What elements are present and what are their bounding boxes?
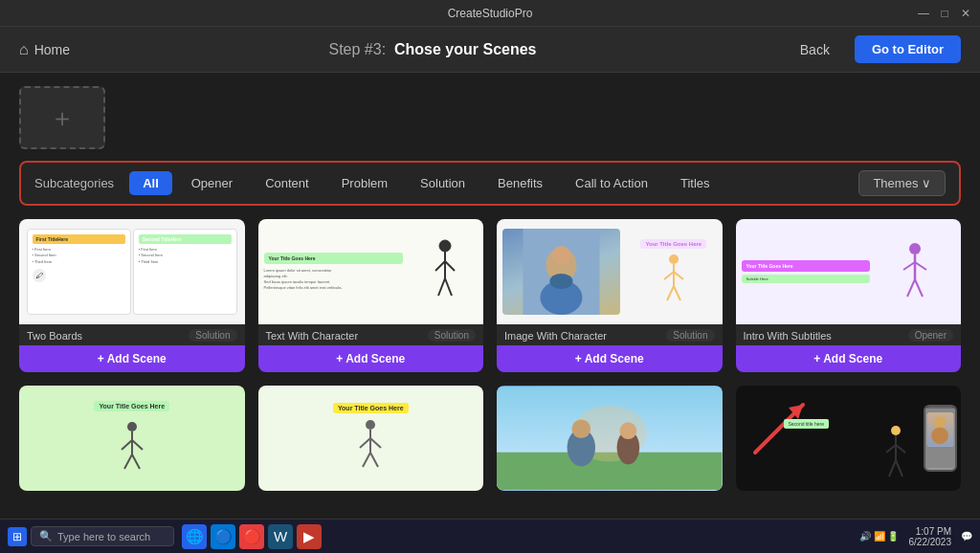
scene-name: Two Boards	[27, 330, 82, 342]
header: ⌂ Home Step #3: Chose your Scenes Back G…	[0, 27, 980, 73]
svg-point-48	[931, 427, 948, 444]
subcategories-bar: Subcategories All Opener Content Problem…	[19, 161, 961, 206]
taskbar-icon-browser[interactable]: 🌐	[182, 524, 207, 549]
character-right	[413, 238, 478, 305]
svg-point-49	[891, 426, 901, 435]
text-block: Your Title Goes Here Lorem ipsum dolor s…	[264, 253, 403, 291]
scene-tag: Opener	[908, 329, 953, 342]
svg-line-54	[896, 460, 902, 476]
go-to-editor-button[interactable]: Go to Editor	[855, 35, 961, 63]
svg-point-10	[549, 274, 572, 289]
scene-card-7[interactable]	[497, 386, 723, 491]
scene-card-6[interactable]: Your Title Goes Here	[258, 386, 484, 491]
taskbar-search[interactable]: 🔍 Type here to search	[31, 526, 174, 546]
scene-thumbnail-text-character: Your Title Goes Here Lorem ipsum dolor s…	[258, 219, 484, 324]
home-label: Home	[34, 42, 70, 57]
scene-card-5[interactable]: Your Title Goes Here	[19, 386, 245, 491]
taskbar-date: 6/22/2023	[909, 537, 952, 547]
back-button[interactable]: Back	[787, 36, 843, 63]
svg-line-5	[445, 278, 452, 296]
svg-point-9	[551, 246, 570, 265]
close-button[interactable]: ✕	[959, 7, 972, 20]
second-title-badge: Second title here	[784, 419, 830, 429]
character-svg-5	[355, 417, 386, 470]
scene-tag: Solution	[189, 329, 236, 342]
scene-thumb-green: Your Title Goes Here	[19, 386, 245, 491]
scene-name: Text With Character	[266, 330, 359, 342]
svg-line-22	[915, 279, 923, 297]
scene-card-image-character[interactable]: Your Title Goes Here Image With Characte…	[497, 219, 723, 372]
subcat-problem-button[interactable]: Problem	[328, 171, 401, 195]
scene-thumbnail-intro-subtitles: Your Title Goes Here Subtitle Here	[736, 219, 962, 324]
svg-line-31	[360, 438, 370, 448]
add-scene-icon: ＋	[50, 101, 75, 135]
scene-tag: Solution	[666, 329, 714, 342]
svg-line-25	[122, 440, 132, 450]
page-title: Chose your Scenes	[394, 41, 537, 57]
blank-scene-card[interactable]: ＋	[19, 86, 105, 149]
add-scene-two-boards-button[interactable]: + Add Scene	[19, 345, 245, 372]
scene-name: Intro With Subtitles	[744, 330, 832, 342]
app-title: CreateStudioPro	[448, 7, 533, 20]
svg-point-41	[620, 422, 637, 439]
windows-icon[interactable]: ⊞	[8, 527, 27, 546]
photo-svg-2	[497, 386, 723, 491]
taskbar-right: 🔊 📶 🔋 1:07 PM 6/22/2023 💬	[859, 526, 972, 547]
scene-card-intro-subtitles[interactable]: Your Title Goes Here Subtitle Here Intro	[736, 219, 962, 372]
home-icon: ⌂	[19, 41, 29, 58]
svg-point-23	[127, 422, 137, 431]
svg-line-15	[667, 286, 674, 300]
scene-card-text-character[interactable]: Your Title Goes Here Lorem ipsum dolor s…	[258, 219, 484, 372]
subcat-all-button[interactable]: All	[129, 171, 172, 195]
character-svg-2	[659, 253, 688, 305]
svg-line-4	[438, 278, 445, 296]
scene-card-two-boards[interactable]: First TitleHere • First Item• Second Ite…	[19, 219, 245, 372]
taskbar-icon-word[interactable]: W	[268, 524, 293, 549]
taskbar-system-icons: 🔊 📶 🔋	[859, 531, 900, 542]
add-scene-text-character-button[interactable]: + Add Scene	[258, 345, 484, 372]
scenes-grid: First TitleHere • First Item• Second Ite…	[19, 219, 961, 372]
minimize-button[interactable]: —	[917, 7, 930, 20]
header-actions: Back Go to Editor	[769, 35, 961, 63]
subcat-benefits-button[interactable]: Benefits	[484, 171, 556, 195]
subcat-opener-button[interactable]: Opener	[178, 171, 246, 195]
subcat-content-button[interactable]: Content	[252, 171, 323, 195]
main-content: ＋ Subcategories All Opener Content Probl…	[0, 73, 980, 491]
svg-point-39	[572, 419, 591, 438]
scene-name: Image With Character	[504, 330, 607, 342]
svg-line-34	[370, 453, 378, 467]
svg-line-13	[664, 272, 674, 279]
home-link[interactable]: ⌂ Home	[19, 41, 96, 58]
add-scene-image-character-button[interactable]: + Add Scene	[497, 345, 723, 372]
scene-footer-intro-subtitles: Intro With Subtitles Opener	[736, 324, 962, 345]
subcat-titles-button[interactable]: Titles	[667, 171, 724, 195]
svg-point-17	[909, 243, 921, 254]
subcat-solution-button[interactable]: Solution	[407, 171, 479, 195]
scene-footer-two-boards: Two Boards Solution	[19, 324, 245, 345]
svg-line-16	[674, 286, 680, 300]
svg-line-53	[889, 460, 896, 476]
themes-button[interactable]: Themes ∨	[858, 170, 946, 196]
svg-line-14	[674, 272, 683, 279]
svg-line-32	[370, 438, 381, 448]
taskbar-icon-edge[interactable]: 🔵	[211, 524, 235, 549]
scene-card-8[interactable]: Second title here	[736, 386, 962, 491]
add-scene-intro-subtitles-button[interactable]: + Add Scene	[736, 345, 962, 372]
scenes-row2: Your Title Goes Here Your Title Goes Her…	[19, 386, 961, 491]
maximize-button[interactable]: □	[938, 7, 951, 20]
search-icon: 🔍	[39, 530, 53, 542]
svg-line-27	[124, 454, 132, 469]
taskbar-time: 1:07 PM	[909, 526, 952, 537]
scene-tag: Solution	[428, 329, 476, 342]
taskbar-icon-app[interactable]: ▶	[297, 524, 322, 549]
svg-line-20	[915, 262, 926, 270]
character-svg-4	[117, 419, 147, 472]
svg-point-11	[669, 254, 679, 264]
svg-point-29	[366, 420, 375, 430]
subcat-cta-button[interactable]: Call to Action	[562, 171, 661, 195]
phone-mock	[924, 405, 957, 472]
notification-icon[interactable]: 💬	[961, 531, 972, 542]
svg-line-19	[903, 262, 915, 270]
scene-thumbnail-two-boards: First TitleHere • First Item• Second Ite…	[19, 219, 245, 324]
taskbar-icon-chrome[interactable]: 🔴	[239, 524, 264, 549]
